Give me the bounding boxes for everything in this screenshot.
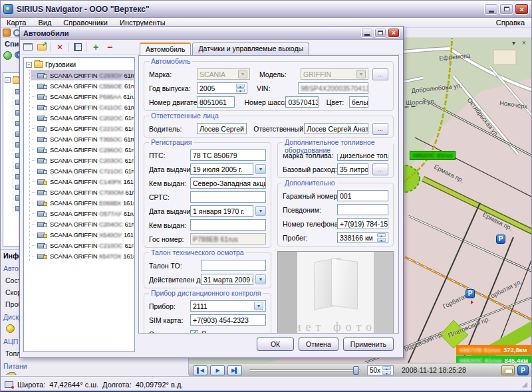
speed-input[interactable]: 50x ▴▾: [367, 365, 394, 375]
dialog-close-button[interactable]: ×: [388, 28, 400, 38]
tree-item-vehicle[interactable]: SCANIA GRIFFIN Х540ОУ 161rus: [31, 229, 134, 240]
vehicle-card-button[interactable]: [23, 43, 33, 52]
window-titlebar[interactable]: SIRIUS Navigator - ООО "Вертекс" ×: [1, 1, 531, 18]
latitude-value: 47,42644° с.ш.: [49, 381, 98, 389]
responsible-combo[interactable]: Лосев Сергей Анатоль▾: [304, 123, 368, 134]
remove-button[interactable]: −: [104, 43, 115, 52]
tree-item-vehicle[interactable]: SCANIA GRIFFIN Т355ОС 61rus: [31, 134, 134, 144]
srts-issuer-input[interactable]: [190, 219, 266, 231]
chevron-down-icon[interactable]: ▾: [255, 206, 266, 216]
tree-item-vehicle[interactable]: SCANIA GRIFFIN Е068ВХ 161rus: [31, 197, 134, 208]
snapshot-button[interactable]: [501, 365, 515, 375]
tree-root-row[interactable]: − Грузовики: [25, 59, 134, 70]
ticket-valid-date-picker[interactable]: 31 марта 2009 г.: [201, 274, 253, 285]
tree-collapse-icon[interactable]: −: [5, 77, 11, 83]
model-browse-button[interactable]: ...: [372, 68, 388, 80]
parking-marker[interactable]: P: [466, 289, 475, 298]
delete-button[interactable]: ×: [55, 43, 65, 52]
dialog-titlebar[interactable]: Автомобили ×: [20, 27, 403, 40]
longitude-label: Долгота:: [102, 381, 132, 389]
timeline-slider[interactable]: [249, 365, 360, 375]
skip-end-button[interactable]: ▶▌: [227, 365, 242, 375]
year-spinner[interactable]: 2005 ▴▾: [197, 82, 247, 94]
engine-number-input[interactable]: 8051061: [197, 96, 235, 108]
connected-checkbox[interactable]: [190, 330, 198, 334]
tree-item-vehicle[interactable]: SCANIA GRIFFIN С296ОС 61rus: [31, 144, 134, 155]
sim-card-input[interactable]: +7(903) 454-2323: [190, 314, 266, 326]
pts-issuer-input[interactable]: Северо-Западная акцизная т: [190, 177, 266, 189]
tree-item-vehicle[interactable]: SCANIA GRIFFIN С411ОС 61rus: [31, 102, 134, 112]
ticket-input[interactable]: [201, 260, 266, 271]
vehicle-tree[interactable]: − Грузовики SCANIA GRIFFIN С293ОУ 61rus: [23, 57, 135, 352]
pts-input[interactable]: 78 ТС 850679: [190, 149, 266, 161]
tree-item-vehicle[interactable]: SCANIA GRIFFIN С700ОМ 61rus: [31, 187, 134, 197]
playback-bar: ▌◀ ▶ ▶▌ 50x ▴▾ 2008-11-12 18:25:28 P: [189, 363, 532, 377]
tree-item-vehicle[interactable]: SCANIA GRIFFIN С293ОУ 61rus: [31, 70, 134, 80]
base-consumption-spinner[interactable]: 35 литров ▴▾: [337, 163, 368, 175]
tree-item-vehicle[interactable]: SCANIA GRIFFIN К547ОХ 161rus: [31, 250, 134, 261]
resize-grip[interactable]: ◢: [522, 380, 527, 389]
truck-icon: [37, 146, 48, 153]
cancel-button[interactable]: Отмена: [299, 338, 338, 351]
tree-item-vehicle[interactable]: SCANIA GRIFFIN С204ОС 61rus: [31, 219, 134, 229]
tree-item-vehicle[interactable]: SCANIA GRIFFIN С221ОС 61rus: [31, 123, 134, 134]
tree-item-vehicle[interactable]: SCANIA GRIFFIN О577АУ 61rus: [31, 208, 134, 219]
model-combo[interactable]: GRIFFIN▾: [301, 68, 368, 80]
chevron-down-icon[interactable]: ▾: [255, 274, 266, 284]
tree-item-vehicle[interactable]: SCANIA GRIFFIN С556ОЕ 61rus: [31, 80, 134, 91]
tab-sensors[interactable]: Датчики и управляемые выходы: [192, 43, 309, 55]
map-close-icon[interactable]: ×: [522, 40, 526, 47]
map-dropdown-icon[interactable]: ▾: [512, 40, 515, 47]
mileage-spinner[interactable]: 338166 км ▴▾: [337, 232, 388, 243]
driver-combo[interactable]: Лосев Сергей Анатоль▾: [197, 123, 247, 134]
srts-date-picker[interactable]: 1 января 1970 г.: [190, 205, 253, 217]
vin-input[interactable]: 9BSP4X20003570413: [298, 82, 368, 94]
tree-item-vehicle[interactable]: SCANIA GRIFFIN Р595АА 61rus: [31, 91, 134, 102]
tree-collapse-icon[interactable]: −: [26, 62, 32, 68]
menu-help[interactable]: Справка: [489, 18, 531, 27]
dialog-restore-button[interactable]: [374, 28, 386, 38]
add-group-button[interactable]: [37, 43, 47, 52]
parking-layer-button[interactable]: P: [517, 365, 529, 375]
slider-track[interactable]: [249, 369, 360, 371]
tree-item-vehicle[interactable]: SCANIA GRIFFIN С210ОС 61rus: [31, 240, 134, 250]
nickname-input[interactable]: [337, 204, 388, 215]
minimize-button[interactable]: [484, 3, 498, 15]
slider-thumb[interactable]: [353, 366, 359, 375]
vehicle-map-label[interactable]: Х652ОС 61rus: [410, 151, 456, 160]
tree-item-vehicle[interactable]: SCANIA GRIFFIN С203ОС 61rus: [31, 155, 134, 165]
close-button[interactable]: ×: [515, 3, 529, 15]
tab-vehicle[interactable]: Автомобиль: [140, 43, 191, 55]
chevron-down-icon: ▾: [356, 70, 366, 78]
play-button[interactable]: ▶: [210, 365, 225, 375]
group-persons: Ответственные лица Водитель: Лосев Серге…: [144, 116, 394, 138]
save-button[interactable]: [72, 43, 83, 52]
chevron-down-icon[interactable]: ▾: [255, 164, 266, 174]
chassis-number-input[interactable]: 03570413: [285, 96, 318, 108]
tree-item-vehicle[interactable]: SCANIA GRIFFIN С140РХ 161rus: [31, 176, 134, 187]
dialog-minimize-button[interactable]: [361, 28, 373, 38]
parking-marker[interactable]: P: [496, 235, 505, 244]
srts-input[interactable]: [190, 191, 266, 203]
pan-tool-icon[interactable]: [3, 29, 11, 37]
group-inspection-ticket: Талон технического осмотра Талон ТО: Дей…: [144, 252, 271, 288]
ok-button[interactable]: ОК: [257, 338, 294, 351]
restore-button[interactable]: [499, 3, 513, 15]
phone-number-input[interactable]: +7(919) 784-1502: [337, 218, 388, 229]
truck-icon: [37, 221, 48, 228]
globe-icon[interactable]: [3, 51, 12, 60]
main-window: SIRIUS Navigator - ООО "Вертекс" × Карта…: [0, 0, 532, 392]
marka-combo[interactable]: SCANIA▾: [197, 68, 250, 80]
fuel-browse-button[interactable]: ...: [372, 163, 388, 175]
tree-item-vehicle[interactable]: SCANIA GRIFFIN С721ОС 61rus: [31, 165, 134, 176]
device-combo[interactable]: 2111▾: [190, 300, 266, 312]
add-button[interactable]: +: [90, 43, 101, 52]
garage-number-input[interactable]: 001: [337, 190, 388, 201]
tree-item-vehicle[interactable]: SCANIA GRIFFIN С202ОС 61rus: [31, 112, 134, 123]
plate-number-input: Р788ЕВ 61rus: [190, 233, 266, 245]
color-input[interactable]: белый: [349, 96, 368, 108]
apply-button[interactable]: Применить: [343, 338, 394, 351]
pts-date-picker[interactable]: 19 июля 2005 г.: [190, 163, 253, 175]
skip-start-button[interactable]: ▌◀: [193, 365, 207, 375]
persons-browse-button[interactable]: ...: [372, 123, 388, 135]
